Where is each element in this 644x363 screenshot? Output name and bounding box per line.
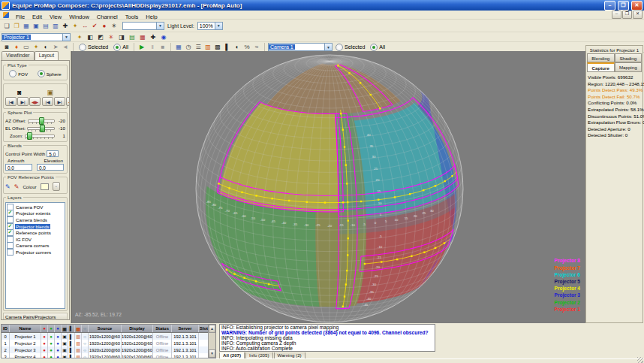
table-row[interactable]: 3Projector 4●●●▣▌▥☼1920x1200@601920x1200… <box>2 353 208 358</box>
cascade-windows-icon[interactable]: ▣ <box>32 21 41 30</box>
layer-item-ig-fov[interactable]: IG FOV <box>7 236 64 243</box>
tab-shading[interactable]: Shading <box>615 53 642 62</box>
tab-blending[interactable]: Blending <box>587 53 615 62</box>
projector-prev-button[interactable]: |◀ <box>42 97 53 106</box>
table-scrollbar[interactable]: ▲ ▼ <box>208 325 215 358</box>
chevron-down-icon[interactable]: ▼ <box>324 44 332 50</box>
layer-item-reference-points[interactable]: ✓Reference points <box>7 229 64 236</box>
fit-width-icon[interactable]: ↔ <box>80 21 89 30</box>
projector-combo[interactable]: Projector 1 ▼ <box>2 33 71 41</box>
wave-icon[interactable]: ≈ <box>252 43 261 52</box>
new-file-icon[interactable]: ❏ <box>2 21 11 30</box>
contrast-icon[interactable]: ◐ <box>41 43 50 52</box>
gear-icon[interactable]: ✳ <box>110 21 119 30</box>
camera-next-button[interactable]: ▶| <box>17 97 29 106</box>
control-point-width-field[interactable]: 5.0 <box>47 150 59 157</box>
projector-all-radio[interactable]: All <box>113 44 128 51</box>
camera-combo[interactable]: Camera 1 ▼ <box>268 43 333 51</box>
camera-all-radio[interactable]: All <box>370 44 385 51</box>
colour-more-button[interactable]: - <box>53 182 60 191</box>
percent-icon[interactable]: % <box>242 43 251 52</box>
key2-icon[interactable]: ✦ <box>32 43 41 52</box>
blend-edit-icon[interactable]: ◧ <box>86 32 95 41</box>
colorbars-icon[interactable]: ▥ <box>203 43 212 52</box>
region-icon[interactable]: ▭ <box>22 43 31 52</box>
projector-cycle-button[interactable]: ◀▶ <box>66 97 70 106</box>
sphere-radio[interactable]: Sphere <box>38 70 62 77</box>
camera-cycle-button[interactable]: ◀▶ <box>29 97 41 106</box>
azimuth-field[interactable]: 0.0 <box>5 164 32 171</box>
zoom-slider[interactable] <box>25 132 55 139</box>
add2-icon[interactable]: ✚ <box>149 32 158 41</box>
chevron-down-icon[interactable]: ▼ <box>62 34 70 41</box>
audio-icon[interactable]: ◄ <box>61 43 70 52</box>
layer-item-camera-corners[interactable]: Camera corners <box>7 243 64 250</box>
add-icon[interactable]: ✚ <box>61 21 70 30</box>
projector-selected-radio[interactable]: Selected <box>79 44 108 51</box>
wand-icon[interactable]: ✦ <box>75 32 84 41</box>
chevron-down-icon[interactable]: ▼ <box>215 23 222 29</box>
colour-swatch[interactable] <box>41 183 49 190</box>
layer-item-camera-fov[interactable]: Camera FOV <box>7 204 64 210</box>
mdi-restore-button[interactable]: ❐ <box>622 11 632 19</box>
el-offset-slider[interactable] <box>27 125 55 132</box>
scroll-up-icon[interactable]: ▲ <box>209 325 215 333</box>
sphere-viewport[interactable]: -85-80-75-70-65-60-55-50-45-40-35-30-25-… <box>71 51 586 323</box>
capture-icon[interactable]: ◨ <box>117 32 126 41</box>
tab-viewfinder[interactable]: Viewfinder <box>2 51 35 60</box>
torch-icon[interactable]: ♦ <box>12 43 21 52</box>
marker-pen-icon[interactable]: ✎ <box>14 183 20 190</box>
camera-selected-radio[interactable]: Selected <box>336 44 365 51</box>
minimize-button[interactable]: – <box>604 1 615 11</box>
table-row[interactable]: 2Projector 3●●●▣▌▥☼1920x1200@601920x1200… <box>2 346 208 353</box>
az-offset-slider[interactable] <box>28 117 55 124</box>
play-icon[interactable]: ▶ <box>137 43 146 52</box>
mdi-minimize-button[interactable]: – <box>612 11 621 19</box>
log-messages[interactable]: INFO: Establishing projector to camera p… <box>219 324 435 352</box>
mdi-close-button[interactable]: ✕ <box>633 11 642 19</box>
maximize-button[interactable]: ❐ <box>618 1 629 11</box>
check-icon[interactable]: ✔ <box>90 21 99 30</box>
scroll-down-icon[interactable]: ▼ <box>209 349 215 358</box>
resize-grip[interactable] <box>637 357 643 363</box>
fov-radio[interactable]: FOV <box>9 70 28 77</box>
pause-icon[interactable]: ‖ <box>148 43 157 52</box>
checker-icon[interactable]: ▩ <box>213 43 222 52</box>
sphere-canvas[interactable]: -85-80-75-70-65-60-55-50-45-40-35-30-25-… <box>72 51 586 323</box>
clock-icon[interactable]: ◷ <box>184 43 193 52</box>
tab-mapping[interactable]: Mapping <box>615 62 642 72</box>
chevron-down-icon[interactable]: ▼ <box>156 23 164 29</box>
warp-edit-icon[interactable]: ◩ <box>96 32 105 41</box>
layer-item-camera-blends[interactable]: Camera blends <box>7 216 64 223</box>
key-icon[interactable]: ✦ <box>71 21 80 30</box>
pointer-icon[interactable]: ➤ <box>51 43 60 52</box>
tab-layout[interactable]: Layout <box>35 51 59 60</box>
display-test-icon[interactable]: ▦ <box>138 32 147 41</box>
tile-windows-icon[interactable]: ▤ <box>41 21 50 30</box>
layer-item-projector-blends[interactable]: ✓Projector blends <box>7 223 64 230</box>
help-icon[interactable]: ◉ <box>159 32 168 41</box>
layer-item-projector-extents[interactable]: ✓Projector extents <box>7 210 64 217</box>
lines-pattern-icon[interactable]: ☰ <box>194 43 203 52</box>
camera-prev-button[interactable]: |◀ <box>5 97 17 106</box>
report-icon[interactable]: ▤ <box>128 32 137 41</box>
table-row[interactable]: 0Projector 1●●●▣▌▥☼1920x1200@601920x1200… <box>2 333 208 340</box>
window-pattern-icon[interactable]: ▦ <box>174 43 183 52</box>
pencil-icon[interactable]: ✎ <box>5 183 11 190</box>
marker-icon[interactable]: ● <box>100 21 109 30</box>
barcode-icon[interactable]: ▌ <box>223 43 232 52</box>
preset-combo[interactable]: ▼ <box>122 22 164 30</box>
stop-icon[interactable]: ■ <box>158 43 167 52</box>
contrast2-icon[interactable]: ◐ <box>233 43 242 52</box>
elevation-field[interactable]: 0.0 <box>37 164 64 171</box>
save-icon[interactable]: ▦ <box>22 21 31 30</box>
checkbox-icon[interactable] <box>7 249 14 256</box>
open-file-icon[interactable]: ❐ <box>12 21 21 30</box>
close-button[interactable]: ✕ <box>631 1 642 11</box>
light-level-combo[interactable]: 100% ▼ <box>197 22 223 30</box>
layer-item-projector-corners[interactable]: Projector corners <box>7 249 64 256</box>
projector-next-button[interactable]: ▶| <box>54 97 65 106</box>
tab-capture[interactable]: Capture <box>587 62 615 72</box>
split-columns-icon[interactable]: ▥ <box>51 21 60 30</box>
table-row[interactable]: 1Projector 2●●●▣▌▥☼1920x1200@601920x1200… <box>2 340 208 346</box>
